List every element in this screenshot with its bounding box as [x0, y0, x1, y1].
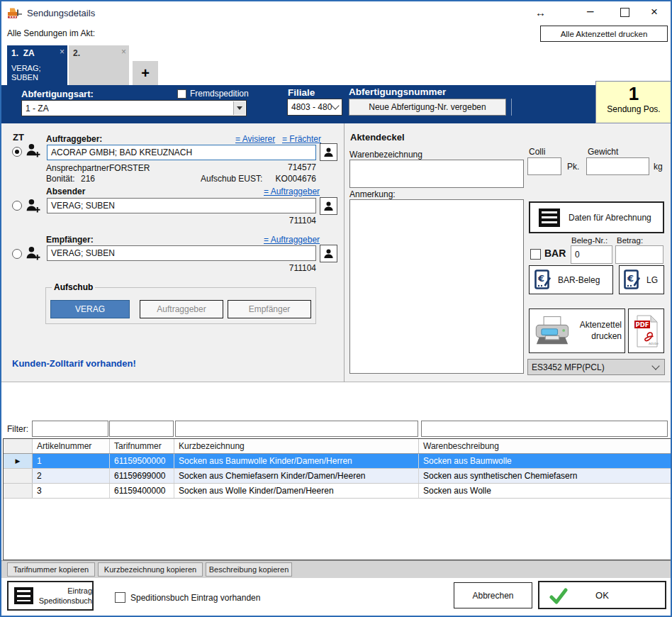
speditionsbuch-checkbox[interactable] — [115, 592, 125, 603]
add-person-icon[interactable] — [25, 245, 41, 264]
filter-artikelnummer-input[interactable] — [32, 421, 108, 437]
sendung-pos-box: 1 Sendung Pos. — [595, 81, 672, 123]
header-artikelnummer[interactable]: Artikelnummer — [33, 439, 110, 453]
contact-person-icon[interactable] — [320, 143, 337, 161]
abfertigungsnummer-label: Abfertigungsnummer — [349, 87, 446, 97]
window-title: Sendungsdetails — [27, 8, 95, 18]
aufschub-label: Aufschub — [52, 282, 95, 292]
bar-checkbox[interactable] — [530, 249, 541, 260]
filter-warenbeschreibung-input[interactable] — [421, 421, 668, 437]
neue-abfertigung-nr-button[interactable]: Neue Abfertigung-Nr. vergeben — [349, 99, 506, 116]
aktendeckel-title: Aktendeckel — [350, 132, 405, 143]
header-tarifnummer[interactable]: Tarifnummer — [110, 439, 174, 453]
filter-label: Filter: — [7, 424, 28, 434]
cancel-button[interactable]: Abbrechen — [454, 582, 532, 608]
print-all-aktenzettel-button[interactable]: Alle Aktenzettel drucken — [540, 26, 668, 42]
daten-abrechnung-button[interactable]: Daten für Abrechnung — [529, 201, 664, 233]
ansprechpartner-value: FORSTER — [109, 163, 150, 173]
abfertigungsart-label: Abfertigungsart: — [21, 89, 94, 99]
app-truck-icon — [7, 6, 23, 21]
table-row[interactable]: 3 61159400000 Socken aus Wolle Kinder/Da… — [4, 484, 671, 499]
speditionsbuch-checkbox-label: Speditionsbuch Eintrag vorhanden — [130, 593, 260, 603]
resize-icon[interactable]: ↔ — [535, 6, 546, 18]
beleg-nr-input[interactable]: 0 — [571, 245, 612, 264]
gewicht-label: Gewicht — [588, 147, 618, 157]
gewicht-input[interactable] — [586, 157, 649, 175]
colli-input[interactable] — [527, 157, 561, 175]
tab1-line1: VERAG; — [11, 64, 41, 72]
fraechter-link[interactable]: = Frächter — [282, 134, 321, 144]
empfaenger-input[interactable]: VERAG; SUBEN — [47, 245, 316, 261]
printer-select[interactable]: ES3452 MFP(PCL) — [527, 359, 665, 375]
copy-kurzbezeichnung-button[interactable]: Kurzbezeichnung kopieren — [98, 562, 203, 577]
aufschub-verag-button[interactable]: VERAG — [50, 300, 130, 318]
euro-document-icon: € — [534, 269, 551, 291]
betrag-label: Betrag: — [617, 236, 643, 245]
eintrag-speditionsbuch-button[interactable]: Eintrag Speditionsbuch — [7, 581, 94, 611]
tab2-close-icon[interactable]: × — [121, 47, 126, 57]
table-row[interactable]: 2 61159699000 Socken aus Chemiefasern Ki… — [4, 469, 671, 484]
svg-text:€: € — [537, 273, 544, 284]
aktenzettel-drucken-button[interactable]: Aktenzettel drucken — [529, 308, 625, 353]
absender-input[interactable]: VERAG; SUBEN — [47, 198, 316, 213]
filiale-select[interactable]: 4803 - 480 — [287, 99, 342, 116]
aufschub-auftraggeber-button[interactable]: Auftraggeber — [140, 300, 223, 318]
list-icon — [539, 209, 560, 227]
bonitaet-value: 216 — [81, 174, 95, 184]
lg-button[interactable]: € LG — [619, 265, 664, 294]
avisierer-link[interactable]: = Avisierer — [235, 134, 275, 144]
close-button[interactable]: × — [651, 5, 658, 19]
abfertigungsart-select[interactable]: 1 - ZA — [21, 100, 247, 116]
empfaenger-radio[interactable] — [12, 249, 22, 259]
auftraggeber-input[interactable]: ACORAP GMBH; BAD KREUZNACH — [47, 145, 316, 160]
tab1-number: 1. — [11, 48, 18, 58]
filter-tarifnummer-input[interactable] — [109, 421, 174, 437]
pdf-icon: PDF Adobe — [634, 314, 659, 348]
warenbezeichnung-textarea[interactable] — [349, 160, 524, 188]
filter-kurzbezeichnung-input[interactable] — [175, 421, 418, 437]
copy-beschreibung-button[interactable]: Beschreibung kopieren — [206, 562, 292, 577]
ansprechpartner-label: Ansprechpartner: — [46, 163, 111, 173]
header-kurzbezeichnung[interactable]: Kurzbezeichnung — [174, 439, 419, 453]
contact-person-icon[interactable] — [320, 245, 337, 262]
absender-radio[interactable] — [12, 201, 22, 211]
tab-shipment-2[interactable]: 2. × — [69, 45, 129, 85]
empfaenger-auftraggeber-link[interactable]: = Auftraggeber — [264, 235, 320, 245]
tab2-number: 2. — [73, 48, 80, 58]
fremdspedition-checkbox[interactable] — [177, 89, 186, 99]
header-warenbeschreibung[interactable]: Warenbeschreibung — [419, 439, 671, 453]
betrag-input[interactable] — [615, 245, 663, 264]
empfaenger-number: 711104 — [267, 263, 316, 273]
panel-divider — [344, 123, 345, 382]
copy-tarifnummer-button[interactable]: Tarifnummer kopieren — [7, 562, 95, 577]
maximize-button[interactable] — [620, 8, 629, 17]
pdf-export-button[interactable]: PDF Adobe — [628, 308, 664, 353]
anmerkung-textarea[interactable] — [349, 199, 524, 374]
tab-shipment-1[interactable]: 1. ZA × VERAG; SUBEN — [7, 45, 67, 85]
minimize-button[interactable]: – — [587, 4, 593, 18]
table-row[interactable]: ▶ 1 61159500000 Socken aus Baumwolle Kin… — [4, 454, 671, 469]
add-person-icon[interactable] — [25, 197, 41, 216]
contact-person-icon[interactable] — [320, 197, 337, 215]
svg-text:€: € — [627, 273, 634, 284]
fremdspedition-label: Fremdspedition — [190, 89, 249, 99]
zolltarif-note: Kunden-Zolltarif vorhanden! — [12, 358, 136, 369]
absender-auftraggeber-link[interactable]: = Auftraggeber — [264, 187, 320, 196]
sendung-pos-label: Sendung Pos. — [596, 104, 671, 114]
articles-table: Artikelnummer Tarifnummer Kurzbezeichnun… — [3, 438, 672, 560]
chevron-down-icon[interactable] — [233, 101, 245, 115]
pk-label: Pk. — [567, 162, 579, 172]
aufschub-empfaenger-button[interactable]: Empfänger — [228, 300, 311, 318]
band-separator — [511, 99, 512, 116]
colli-label: Colli — [529, 147, 545, 157]
table-header-row: Artikelnummer Tarifnummer Kurzbezeichnun… — [4, 439, 671, 454]
ok-button[interactable]: OK — [538, 581, 666, 609]
zt-label: ZT — [13, 132, 24, 143]
auftraggeber-radio[interactable] — [12, 147, 22, 157]
svg-text:Adobe: Adobe — [648, 342, 658, 345]
add-person-icon[interactable] — [25, 142, 41, 161]
tab1-close-icon[interactable]: × — [60, 47, 65, 57]
bar-beleg-button[interactable]: € BAR-Beleg — [529, 265, 613, 294]
euro-document-icon: € — [624, 269, 641, 291]
add-tab-button[interactable]: + — [133, 61, 158, 85]
